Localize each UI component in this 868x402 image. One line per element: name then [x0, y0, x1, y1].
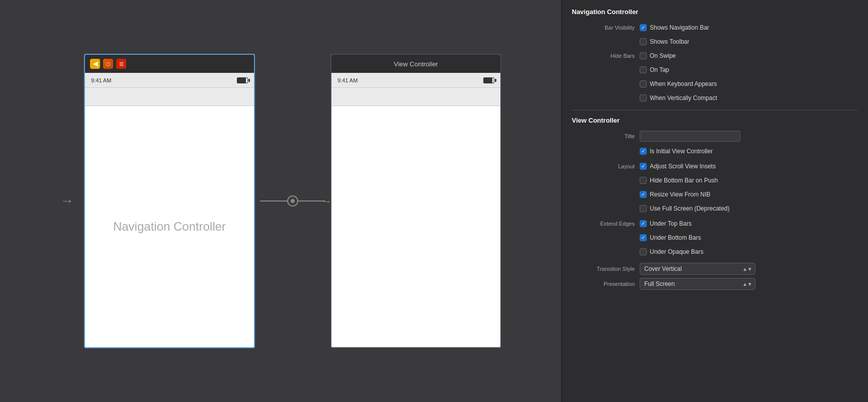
nav-bar	[85, 88, 254, 106]
view-controller-frame: View Controller 9:41 AM	[330, 54, 501, 348]
nav-content: Navigation Controller	[85, 106, 254, 347]
shows-toolbar-checkbox-group: Shows Toolbar	[640, 38, 689, 45]
title-label: Title	[572, 133, 640, 139]
shows-toolbar-checkbox[interactable]	[640, 38, 647, 45]
presentation-row: Presentation Full Screen Page Sheet Form…	[572, 278, 858, 290]
under-top-bars-checkbox-group: Under Top Bars	[640, 220, 691, 227]
transition-style-row: Transition Style Cover Vertical Flip Hor…	[572, 263, 858, 275]
when-vertically-label: When Vertically Compact	[650, 94, 717, 102]
nav-controller-frame: ◀ ⬡ ☰ 9:41 AM Navigation Controller	[84, 54, 255, 348]
under-bottom-bars-checkbox-group: Under Bottom Bars	[640, 234, 701, 241]
shows-nav-bar-row: Bar Visibility Shows Navigation Bar	[572, 22, 858, 34]
is-initial-checkbox-group: Is Initial View Controller	[640, 148, 713, 155]
title-row: Title	[572, 130, 858, 142]
resize-view-row: Resize View From NIB	[572, 188, 858, 200]
under-top-bars-checkbox[interactable]	[640, 220, 647, 227]
on-tap-row: On Tap	[572, 64, 858, 76]
red-icon: ☰	[116, 59, 126, 69]
adjust-scroll-label: Adjust Scroll View Insets	[650, 163, 716, 170]
transition-style-select[interactable]: Cover Vertical Flip Horizontal Cross Dis…	[640, 263, 755, 275]
use-full-screen-row: Use Full Screen (Deprecated)	[572, 203, 858, 215]
vc-battery-icon	[483, 77, 494, 83]
under-bottom-bars-checkbox[interactable]	[640, 234, 647, 241]
hide-bottom-bar-label: Hide Bottom Bar on Push	[650, 177, 718, 184]
on-tap-label: On Tap	[650, 66, 669, 73]
under-top-bars-row: Extend Edges Under Top Bars	[572, 218, 858, 230]
connector-arrow: →	[260, 200, 325, 202]
nav-controller-phone: ◀ ⬡ ☰ 9:41 AM Navigation Controller	[84, 54, 255, 348]
under-opaque-bars-checkbox-group: Under Opaque Bars	[640, 248, 704, 255]
under-bottom-bars-label: Under Bottom Bars	[650, 234, 701, 241]
vc-nav-bar	[331, 88, 500, 106]
nav-status-bar: 9:41 AM	[85, 73, 254, 88]
on-swipe-checkbox[interactable]	[640, 52, 647, 59]
right-panel: Navigation Controller Bar Visibility Sho…	[561, 0, 868, 402]
adjust-scroll-row: Layout Adjust Scroll View Insets	[572, 160, 858, 172]
is-initial-row: Is Initial View Controller	[572, 145, 858, 157]
vc-title-bar: View Controller	[331, 55, 500, 73]
transition-style-label: Transition Style	[572, 266, 640, 272]
under-opaque-bars-row: Under Opaque Bars	[572, 246, 858, 258]
hide-bottom-bar-checkbox[interactable]	[640, 177, 647, 184]
adjust-scroll-checkbox-group: Adjust Scroll View Insets	[640, 163, 716, 170]
cube-icon: ⬡	[103, 59, 113, 69]
on-swipe-checkbox-group: On Swipe	[640, 52, 676, 59]
under-bottom-bars-row: Under Bottom Bars	[572, 232, 858, 244]
on-tap-checkbox-group: On Tap	[640, 66, 669, 73]
nav-content-area	[85, 106, 254, 347]
segue-dot	[287, 195, 298, 207]
adjust-scroll-checkbox[interactable]	[640, 163, 647, 170]
shows-toolbar-row: Shows Toolbar	[572, 36, 858, 48]
layout-label: Layout	[572, 163, 640, 169]
shows-nav-bar-label: Shows Navigation Bar	[650, 24, 709, 31]
under-opaque-bars-checkbox[interactable]	[640, 248, 647, 255]
extend-edges-label: Extend Edges	[572, 221, 640, 227]
entry-arrow	[60, 193, 74, 209]
is-initial-checkbox[interactable]	[640, 148, 647, 155]
when-keyboard-label: When Keyboard Appears	[650, 80, 717, 87]
when-vertically-checkbox[interactable]	[640, 94, 647, 102]
vc-section-title: View Controller	[572, 117, 858, 124]
when-vertically-checkbox-group: When Vertically Compact	[640, 94, 717, 102]
when-keyboard-checkbox[interactable]	[640, 80, 647, 87]
resize-view-checkbox[interactable]	[640, 191, 647, 198]
presentation-select[interactable]: Full Screen Page Sheet Form Sheet Curren…	[640, 278, 755, 290]
presentation-select-wrapper: Full Screen Page Sheet Form Sheet Curren…	[640, 278, 755, 290]
canvas-area: ◀ ⬡ ☰ 9:41 AM Navigation Controller →	[0, 0, 561, 402]
vc-title-bar-text: View Controller	[394, 60, 438, 68]
when-vertically-row: When Vertically Compact	[572, 92, 858, 104]
hide-bottom-bar-row: Hide Bottom Bar on Push	[572, 174, 858, 186]
on-swipe-label: On Swipe	[650, 52, 676, 59]
is-initial-label: Is Initial View Controller	[650, 148, 713, 155]
bar-visibility-label: Bar Visibility	[572, 25, 640, 31]
presentation-label: Presentation	[572, 281, 640, 287]
use-full-screen-checkbox-group: Use Full Screen (Deprecated)	[640, 205, 730, 212]
under-top-bars-label: Under Top Bars	[650, 220, 691, 227]
battery-icon	[237, 77, 248, 83]
resize-view-label: Resize View From NIB	[650, 191, 710, 198]
use-full-screen-label: Use Full Screen (Deprecated)	[650, 205, 730, 212]
vc-content-area	[331, 106, 500, 347]
transition-style-select-wrapper: Cover Vertical Flip Horizontal Cross Dis…	[640, 263, 755, 275]
resize-view-checkbox-group: Resize View From NIB	[640, 191, 710, 198]
vc-status-bar: 9:41 AM	[331, 73, 500, 88]
nav-section-title: Navigation Controller	[572, 8, 858, 16]
shows-nav-bar-checkbox-group: Shows Navigation Bar	[640, 24, 709, 31]
back-icon: ◀	[90, 59, 100, 69]
section-divider-1	[572, 110, 858, 111]
nav-status-time: 9:41 AM	[91, 77, 111, 83]
nav-title-bar: ◀ ⬡ ☰	[85, 55, 254, 73]
under-opaque-bars-label: Under Opaque Bars	[650, 248, 704, 255]
title-input[interactable]	[640, 131, 740, 142]
on-tap-checkbox[interactable]	[640, 66, 647, 73]
on-swipe-row: Hide Bars On Swipe	[572, 50, 858, 62]
shows-toolbar-label: Shows Toolbar	[650, 38, 689, 45]
view-controller-phone: View Controller 9:41 AM	[330, 54, 501, 348]
shows-nav-bar-checkbox[interactable]	[640, 24, 647, 31]
when-keyboard-checkbox-group: When Keyboard Appears	[640, 80, 717, 87]
hide-bottom-bar-checkbox-group: Hide Bottom Bar on Push	[640, 177, 718, 184]
vc-status-time: 9:41 AM	[337, 77, 358, 83]
hide-bars-label: Hide Bars	[572, 53, 640, 59]
use-full-screen-checkbox[interactable]	[640, 205, 647, 212]
when-keyboard-row: When Keyboard Appears	[572, 78, 858, 90]
